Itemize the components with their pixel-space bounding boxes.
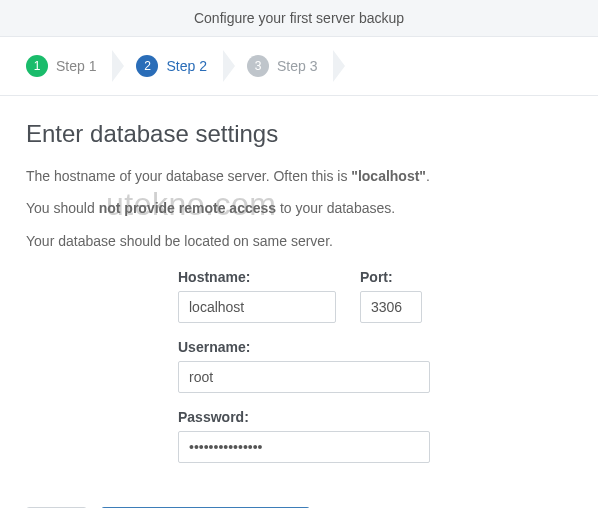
hostname-field: Hostname: — [178, 269, 336, 323]
port-input[interactable] — [360, 291, 422, 323]
description-line-1: The hostname of your database server. Of… — [26, 166, 572, 186]
action-buttons: Skip Done, go to the next step → — [0, 497, 598, 508]
header-title: Configure your first server backup — [194, 10, 404, 26]
page-title: Enter database settings — [26, 120, 572, 148]
port-label: Port: — [360, 269, 422, 285]
hostname-input[interactable] — [178, 291, 336, 323]
step-3-label: Step 3 — [277, 58, 317, 74]
step-2-number: 2 — [136, 55, 158, 77]
password-input[interactable] — [178, 431, 430, 463]
username-label: Username: — [178, 339, 430, 355]
port-field: Port: — [360, 269, 422, 323]
username-input[interactable] — [178, 361, 430, 393]
page-header: Configure your first server backup — [0, 0, 598, 37]
username-field: Username: — [178, 339, 430, 393]
description-line-3: Your database should be located on same … — [26, 231, 572, 251]
step-3[interactable]: 3 Step 3 — [237, 49, 339, 83]
step-2-label: Step 2 — [166, 58, 206, 74]
step-1-number: 1 — [26, 55, 48, 77]
description-line-2: You should not provide remote access to … — [26, 198, 572, 218]
database-form: Hostname: Port: Username: Password: — [26, 269, 572, 463]
hostname-label: Hostname: — [178, 269, 336, 285]
wizard-steps: 1 Step 1 2 Step 2 3 Step 3 — [0, 37, 598, 96]
password-label: Password: — [178, 409, 430, 425]
step-2[interactable]: 2 Step 2 — [126, 49, 228, 83]
step-3-number: 3 — [247, 55, 269, 77]
step-1-label: Step 1 — [56, 58, 96, 74]
password-field: Password: — [178, 409, 430, 463]
main-content: Enter database settings The hostname of … — [0, 96, 598, 497]
step-1[interactable]: 1 Step 1 — [16, 49, 118, 83]
